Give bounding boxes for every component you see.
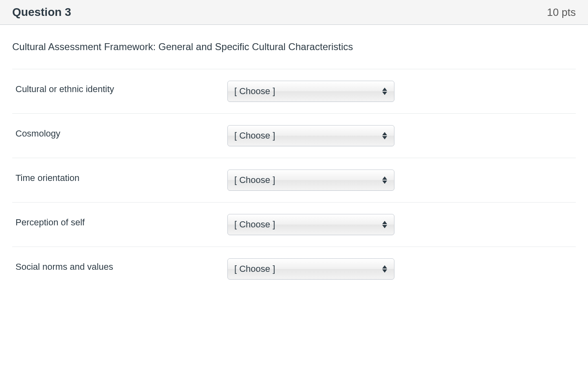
question-title: Question 3 [12,6,71,19]
updown-caret-icon [381,264,388,274]
dropdown-value: [ Choose ] [234,264,275,274]
svg-marker-6 [382,221,387,224]
match-row: Social norms and values [ Choose ] [12,247,576,291]
dropdown-value: [ Choose ] [234,130,275,141]
question-text: Cultural Assessment Framework: General a… [12,41,576,53]
updown-caret-icon [381,86,388,96]
match-label: Perception of self [15,214,227,228]
svg-marker-4 [382,176,387,180]
question-points: 10 pts [547,6,576,19]
updown-caret-icon [381,131,388,141]
dropdown-value: [ Choose ] [234,219,275,230]
dropdown-value: [ Choose ] [234,175,275,185]
dropdown-perception-of-self[interactable]: [ Choose ] [227,214,394,235]
svg-marker-7 [382,225,387,228]
svg-marker-0 [382,88,387,91]
updown-caret-icon [381,220,388,229]
question-card: Question 3 10 pts Cultural Assessment Fr… [0,0,588,291]
match-label: Social norms and values [15,258,227,272]
match-row: Time orientation [ Choose ] [12,158,576,202]
match-label: Cultural or ethnic identity [15,81,227,95]
match-row: Perception of self [ Choose ] [12,202,576,247]
svg-marker-2 [382,132,387,135]
svg-marker-1 [382,92,387,95]
updown-caret-icon [381,175,388,185]
dropdown-cultural-identity[interactable]: [ Choose ] [227,81,394,102]
question-body: Cultural Assessment Framework: General a… [0,25,588,291]
match-row: Cosmology [ Choose ] [12,113,576,158]
dropdown-time-orientation[interactable]: [ Choose ] [227,170,394,191]
svg-marker-8 [382,265,387,269]
dropdown-value: [ Choose ] [234,86,275,97]
svg-marker-9 [382,269,387,273]
match-row: Cultural or ethnic identity [ Choose ] [12,69,576,113]
match-label: Time orientation [15,170,227,183]
dropdown-social-norms[interactable]: [ Choose ] [227,258,394,280]
dropdown-cosmology[interactable]: [ Choose ] [227,125,394,146]
question-header: Question 3 10 pts [0,0,588,25]
svg-marker-3 [382,136,387,139]
svg-marker-5 [382,181,387,184]
match-label: Cosmology [15,125,227,139]
